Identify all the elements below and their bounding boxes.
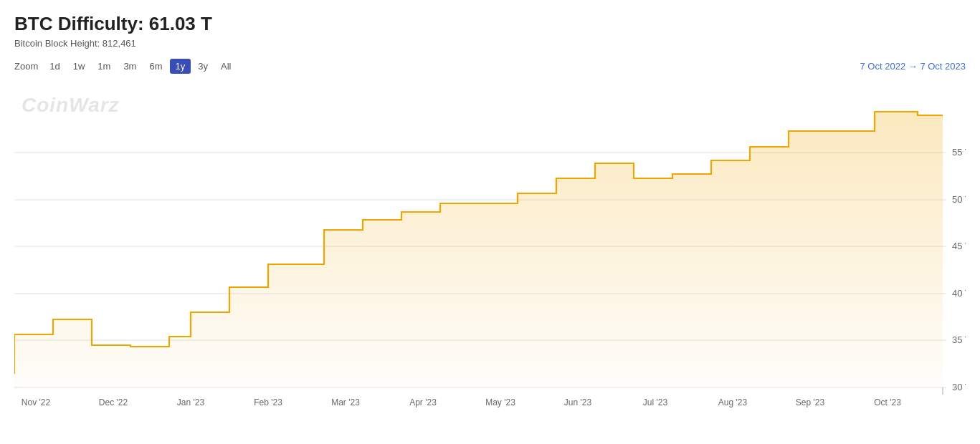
toolbar: Zoom 1d 1w 1m 3m 6m 1y 3y All 7 Oct 2022…	[14, 59, 966, 74]
svg-text:May '23: May '23	[485, 397, 515, 407]
zoom-1m-button[interactable]: 1m	[92, 59, 116, 74]
svg-text:55 T: 55 T	[952, 147, 966, 158]
svg-text:Aug '23: Aug '23	[718, 397, 748, 407]
date-end: 7 Oct 2023	[920, 61, 966, 72]
zoom-label: Zoom	[14, 61, 38, 72]
date-range: 7 Oct 2022 → 7 Oct 2023	[860, 61, 966, 72]
svg-text:30 T: 30 T	[952, 382, 966, 392]
zoom-3m-button[interactable]: 3m	[118, 59, 142, 74]
zoom-all-button[interactable]: All	[215, 59, 237, 74]
chart-area: CoinWarz 30 T 35 T 40 T 45 T 50 T 55 T N…	[14, 79, 966, 409]
svg-text:40 T: 40 T	[952, 288, 966, 299]
zoom-3y-button[interactable]: 3y	[192, 59, 214, 74]
svg-text:Jun '23: Jun '23	[564, 397, 592, 407]
zoom-controls: Zoom 1d 1w 1m 3m 6m 1y 3y All	[14, 59, 237, 74]
page-title: BTC Difficulty: 61.03 T	[14, 13, 966, 35]
zoom-1d-button[interactable]: 1d	[44, 59, 65, 74]
date-start: 7 Oct 2022	[860, 61, 906, 72]
svg-text:45 T: 45 T	[952, 241, 966, 251]
svg-text:Feb '23: Feb '23	[254, 397, 282, 407]
svg-text:Dec '22: Dec '22	[99, 397, 128, 407]
page-container: BTC Difficulty: 61.03 T Bitcoin Block He…	[0, 0, 980, 444]
svg-text:Jul '23: Jul '23	[643, 397, 668, 407]
block-height: Bitcoin Block Height: 812,461	[14, 38, 966, 49]
svg-text:Sep '23: Sep '23	[796, 397, 825, 407]
svg-text:Mar '23: Mar '23	[331, 397, 360, 407]
svg-text:Apr '23: Apr '23	[409, 397, 437, 407]
svg-text:50 T: 50 T	[952, 194, 966, 205]
svg-text:Jan '23: Jan '23	[177, 397, 205, 407]
zoom-1y-button[interactable]: 1y	[170, 59, 191, 74]
svg-text:Oct '23: Oct '23	[874, 397, 901, 407]
svg-text:35 T: 35 T	[952, 334, 966, 345]
zoom-6m-button[interactable]: 6m	[143, 59, 168, 74]
zoom-1w-button[interactable]: 1w	[67, 59, 91, 74]
date-arrow: →	[908, 61, 920, 72]
svg-text:Nov '22: Nov '22	[22, 397, 51, 407]
chart-svg: 30 T 35 T 40 T 45 T 50 T 55 T Nov '22 De…	[14, 79, 966, 409]
